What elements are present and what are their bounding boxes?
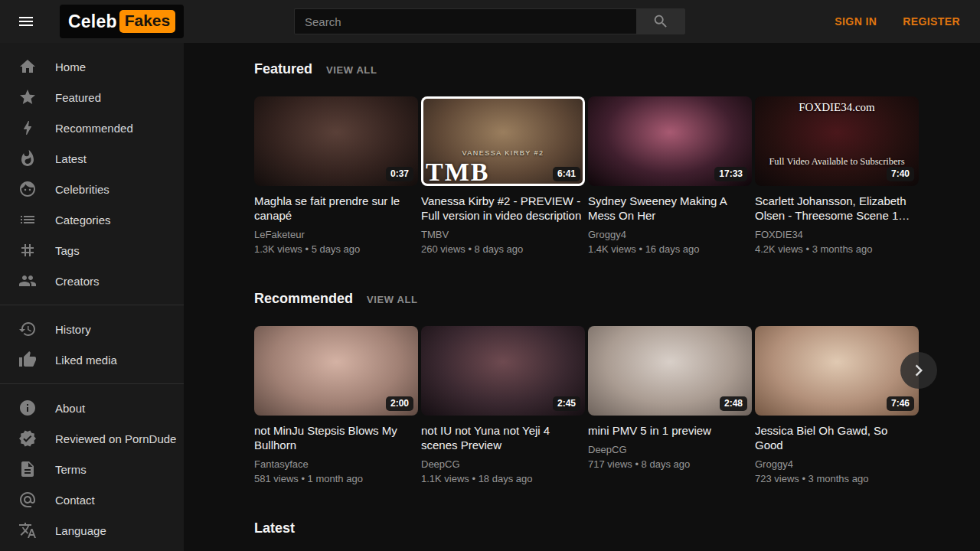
video-title[interactable]: Jessica Biel Oh Gawd, So Good (755, 423, 919, 452)
register-button[interactable]: REGISTER (903, 15, 960, 28)
video-creator[interactable]: Groggy4 (755, 458, 919, 470)
sidebar-item-liked-media[interactable]: Liked media (0, 344, 184, 375)
video-thumbnail[interactable]: VANESSA KIRBY #2TMB6:41 (421, 96, 585, 186)
video-meta: 1.3K views • 5 days ago (254, 243, 418, 255)
hash-icon (18, 241, 37, 259)
video-meta: 581 views • 1 month ago (254, 473, 418, 484)
video-title[interactable]: not IU not Yuna not Yeji 4 scenes Previe… (421, 423, 585, 452)
list-icon (18, 210, 37, 229)
video-meta: 1.4K views • 16 days ago (588, 243, 752, 255)
search-icon (652, 13, 669, 30)
video-thumbnail[interactable]: 7:46 (755, 326, 919, 416)
video-title[interactable]: Sydney Sweeney Making A Mess On Her (588, 194, 752, 223)
document-icon (18, 460, 37, 478)
sidebar: HomeFeaturedRecommendedLatestCelebrities… (0, 43, 184, 551)
video-creator[interactable]: Fantasyface (254, 458, 418, 470)
video-creator[interactable]: DeepCG (588, 444, 752, 455)
video-thumbnail[interactable]: 2:48 (588, 326, 752, 416)
video-title[interactable]: mini PMV 5 in 1 preview (588, 423, 752, 438)
view-all-link[interactable]: VIEW ALL (367, 294, 417, 305)
sidebar-item-home[interactable]: Home (0, 51, 184, 82)
sidebar-item-featured[interactable]: Featured (0, 82, 184, 112)
video-thumbnail[interactable]: FOXDIE34.comFull Video Available to Subs… (755, 96, 919, 186)
sidebar-item-categories[interactable]: Categories (0, 204, 184, 235)
video-thumbnail[interactable]: 17:33 (588, 96, 752, 186)
video-card[interactable]: 0:37Maghla se fait prendre sur le canapé… (254, 96, 418, 255)
sidebar-item-label: Latest (55, 152, 87, 165)
sidebar-item-label: Categories (55, 214, 111, 227)
duration-badge: 7:46 (887, 396, 914, 411)
people-icon (18, 272, 37, 290)
sidebar-item-recommended[interactable]: Recommended (0, 112, 184, 143)
video-card[interactable]: 2:00not MinJu Stepsis Blows My BullhornF… (254, 326, 418, 484)
sidebar-item-label: Contact (55, 494, 95, 507)
video-title[interactable]: not MinJu Stepsis Blows My Bullhorn (254, 423, 418, 452)
carousel-next-button[interactable] (900, 352, 937, 389)
video-creator[interactable]: DeepCG (421, 458, 585, 470)
sidebar-item-history[interactable]: History (0, 314, 184, 344)
sidebar-item-contact[interactable]: Contact (0, 484, 184, 515)
video-thumbnail[interactable]: 2:00 (254, 326, 418, 416)
sidebar-item-label: Featured (55, 91, 101, 104)
sidebar-item-latest[interactable]: Latest (0, 143, 184, 174)
hamburger-menu-button[interactable] (9, 5, 43, 38)
video-creator[interactable]: LeFaketeur (254, 229, 418, 240)
history-icon (18, 320, 37, 338)
logo-text-fakes: Fakes (119, 10, 176, 33)
section-title: Latest (254, 520, 295, 536)
video-creator[interactable]: FOXDIE34 (755, 229, 919, 240)
sidebar-item-about[interactable]: About (0, 393, 184, 423)
thumbnail-overlay-top: FOXDIE34.com (755, 101, 919, 114)
video-title[interactable]: Maghla se fait prendre sur le canapé (254, 194, 418, 223)
video-card[interactable]: FOXDIE34.comFull Video Available to Subs… (755, 96, 919, 255)
section-recommended: RecommendedVIEW ALL2:00not MinJu Stepsis… (254, 291, 980, 484)
video-meta: 717 views • 8 days ago (588, 458, 752, 470)
video-card[interactable]: 2:45not IU not Yuna not Yeji 4 scenes Pr… (421, 326, 585, 484)
site-logo[interactable]: Celeb Fakes (60, 5, 184, 38)
video-card[interactable]: 2:48mini PMV 5 in 1 previewDeepCG717 vie… (588, 326, 752, 484)
sidebar-item-tags[interactable]: Tags (0, 235, 184, 266)
section-title: Featured (254, 61, 312, 77)
sign-in-button[interactable]: SIGN IN (835, 15, 877, 28)
sidebar-item-reviewed-on-porndude[interactable]: Reviewed on PornDude (0, 423, 184, 454)
at-sign-icon (18, 491, 37, 509)
translate-icon (18, 521, 37, 540)
view-all-link[interactable]: VIEW ALL (326, 64, 377, 76)
video-creator[interactable]: Groggy4 (588, 229, 752, 240)
search-button[interactable] (636, 8, 685, 34)
thumb-up-icon (18, 350, 37, 369)
video-title[interactable]: Vanessa Kirby #2 - PREVIEW - Full versio… (421, 194, 585, 223)
video-thumbnail[interactable]: 0:37 (254, 96, 418, 186)
video-card[interactable]: VANESSA KIRBY #2TMB6:41Vanessa Kirby #2 … (421, 96, 585, 255)
sidebar-item-label: Creators (55, 275, 100, 288)
star-icon (18, 88, 37, 106)
video-card[interactable]: 7:46Jessica Biel Oh Gawd, So GoodGroggy4… (755, 326, 919, 484)
video-card-row: 2:00not MinJu Stepsis Blows My BullhornF… (254, 326, 919, 484)
sidebar-item-language[interactable]: Language (0, 515, 184, 546)
sidebar-item-celebrities[interactable]: Celebrities (0, 174, 184, 204)
section-title: Recommended (254, 291, 353, 307)
face-icon (18, 180, 37, 198)
search-input[interactable] (294, 8, 636, 34)
sidebar-item-label: History (55, 323, 91, 336)
sidebar-item-label: Home (55, 60, 86, 73)
duration-badge: 7:40 (887, 167, 914, 181)
sidebar-item-label: Celebrities (55, 183, 109, 196)
video-meta: 4.2K views • 3 months ago (755, 243, 919, 255)
sidebar-item-label: Reviewed on PornDude (55, 432, 176, 445)
video-meta: 723 views • 3 months ago (755, 473, 919, 484)
info-icon (18, 399, 37, 417)
hamburger-menu-icon (17, 12, 35, 31)
sidebar-item-label: Terms (55, 463, 87, 476)
sidebar-item-creators[interactable]: Creators (0, 266, 184, 296)
video-thumbnail[interactable]: 2:45 (421, 326, 585, 416)
bolt-icon (18, 119, 37, 137)
sidebar-item-terms[interactable]: Terms (0, 454, 184, 484)
video-title[interactable]: Scarlett Johansson, Elizabeth Olsen - Th… (755, 194, 919, 223)
duration-badge: 2:00 (386, 396, 413, 411)
video-creator[interactable]: TMBV (421, 229, 585, 240)
duration-badge: 17:33 (714, 167, 747, 181)
flame-icon (18, 149, 37, 168)
topbar: Celeb Fakes SIGN IN REGISTER (0, 0, 980, 43)
video-card[interactable]: 17:33Sydney Sweeney Making A Mess On Her… (588, 96, 752, 255)
